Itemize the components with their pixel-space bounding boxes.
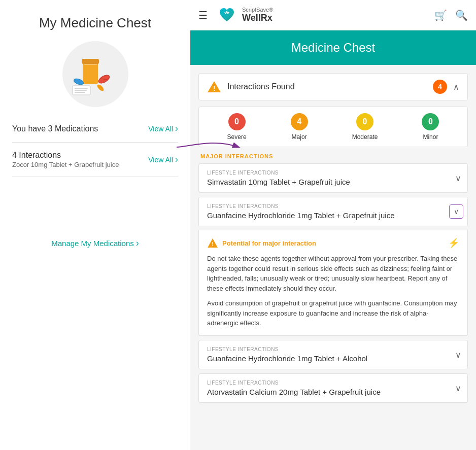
divider-2 [12,177,178,177]
left-panel: My Medicine Chest [0,0,190,450]
major-interactions-section-label: MAJOR INTERACTIONS [198,153,468,159]
svg-point-8 [96,84,105,92]
chevron-down-3[interactable]: ∨ [455,350,461,359]
medications-row: You have 3 Medications View All [12,117,178,140]
medicine-chest-title: Medicine Chest [200,41,466,55]
cart-icon[interactable]: 🛒 [434,9,447,21]
interaction-item-guanfacine-grapefruit[interactable]: LIFESTYLE INTERACTIONS Guanfacine Hydroc… [198,197,468,226]
chevron-icon-2: ∨ [454,207,459,216]
minor-label: Minor [423,133,438,141]
interactions-bar-chevron[interactable]: ∧ [453,82,459,92]
svg-text:!: ! [212,241,214,247]
interaction-type-2: LIFESTYLE INTERACTIONS [207,203,459,209]
hamburger-icon[interactable]: ☰ [198,9,208,21]
interaction-type-1: LIFESTYLE INTERACTIONS [207,170,459,176]
major-label: Major [292,133,307,141]
moderate-label: Moderate [352,133,378,141]
search-icon[interactable]: 🔍 [455,9,468,21]
interactions-info: 4 Interactions Zocor 10mg Tablet + Grape… [12,151,119,168]
interaction-name-4: Atorvastatin Calcium 20mg Tablet + Grape… [207,388,459,396]
interaction-type-3: LIFESTYLE INTERACTIONS [207,347,459,352]
expanded-body: Do not take these agents together withou… [207,254,459,328]
severity-major[interactable]: 4 Major [291,113,308,141]
severity-minor[interactable]: 0 Minor [422,113,439,141]
nav-left: ☰ ScriptSave® [198,4,273,26]
top-nav: ☰ ScriptSave® [190,0,476,30]
expanded-warning-icon: ! [207,237,218,249]
major-count: 4 [297,117,301,126]
interactions-found-text: Interactions Found [227,82,433,91]
medications-view-all[interactable]: View All [148,123,178,134]
expanded-interaction-content: ! Potential for major interaction ⚡ Do n… [198,230,468,336]
severe-label: Severe [227,133,247,141]
interactions-view-all[interactable]: View All [148,154,178,165]
svg-text:!: ! [213,84,216,92]
interactions-subtitle: Zocor 10mg Tablet + Grapefruit juice [12,161,119,168]
svg-rect-2 [84,64,97,65]
chevron-down-1[interactable]: ∨ [455,174,461,183]
header-band: Medicine Chest [190,30,476,65]
interaction-item-simvastatin[interactable]: LIFESTYLE INTERACTIONS Simvastatin 10mg … [198,163,468,193]
content-area[interactable]: ! Interactions Found 4 ∧ 0 Severe 4 [190,65,476,415]
medicine-circle [62,41,128,107]
expanded-header: ! Potential for major interaction ⚡ [207,237,459,249]
interactions-found-bar[interactable]: ! Interactions Found 4 ∧ [198,73,468,100]
major-circle: 4 [291,113,308,130]
interactions-row: 4 Interactions Zocor 10mg Tablet + Grape… [12,145,178,175]
severity-moderate[interactable]: 0 Moderate [352,113,378,141]
interaction-item-guanfacine-alcohol[interactable]: LIFESTYLE INTERACTIONS Guanfacine Hydroc… [198,340,468,369]
share-icon[interactable]: ⚡ [448,237,459,249]
medicine-icon-container [12,41,178,107]
interaction-name-1: Simvastatin 10mg Tablet + Grapefruit jui… [207,178,459,186]
moderate-circle: 0 [356,113,373,130]
logo-wellrx-text: WellRx [242,13,273,23]
divider-1 [12,142,178,143]
logo-text: ScriptSave® WellRx [242,7,273,23]
potential-major-text: Potential for major interaction [222,239,316,247]
medications-label: You have 3 Medications [12,124,98,133]
left-panel-title: My Medicine Chest [12,15,178,31]
interactions-count-badge: 4 [433,80,447,94]
severity-severe[interactable]: 0 Severe [227,113,247,141]
minor-count: 0 [428,117,433,126]
warning-icon: ! [207,80,221,94]
svg-rect-1 [82,59,99,64]
chevron-down-4[interactable]: ∨ [455,383,461,393]
severe-count: 0 [234,117,239,126]
severity-row: 0 Severe 4 Major 0 Moderate [198,107,468,147]
minor-circle: 0 [422,113,439,130]
interaction-name-2: Guanfacine Hydrochloride 1mg Tablet + Gr… [207,211,459,220]
interaction-type-4: LIFESTYLE INTERACTIONS [207,380,459,386]
manage-medications-link[interactable]: Manage My Medications [12,238,178,249]
severe-circle: 0 [228,113,246,130]
chevron-box-2[interactable]: ∨ [449,204,463,219]
interaction-name-3: Guanfacine Hydrochloride 1mg Tablet + Al… [207,354,459,363]
logo-script-text: ScriptSave® [242,7,273,13]
logo-container: ScriptSave® WellRx [216,4,273,26]
right-panel: ☰ ScriptSave® [190,0,476,450]
interaction-item-atorvastatin[interactable]: LIFESTYLE INTERACTIONS Atorvastatin Calc… [198,373,468,403]
moderate-count: 0 [363,117,367,126]
interactions-label: 4 Interactions [12,151,119,160]
expanded-paragraph-2: Avoid consumption of grapefruit or grape… [207,298,459,328]
expanded-paragraph-1: Do not take these agents together withou… [207,254,459,293]
expanded-warning: ! Potential for major interaction [207,237,316,249]
nav-icons: 🛒 🔍 [434,9,468,21]
